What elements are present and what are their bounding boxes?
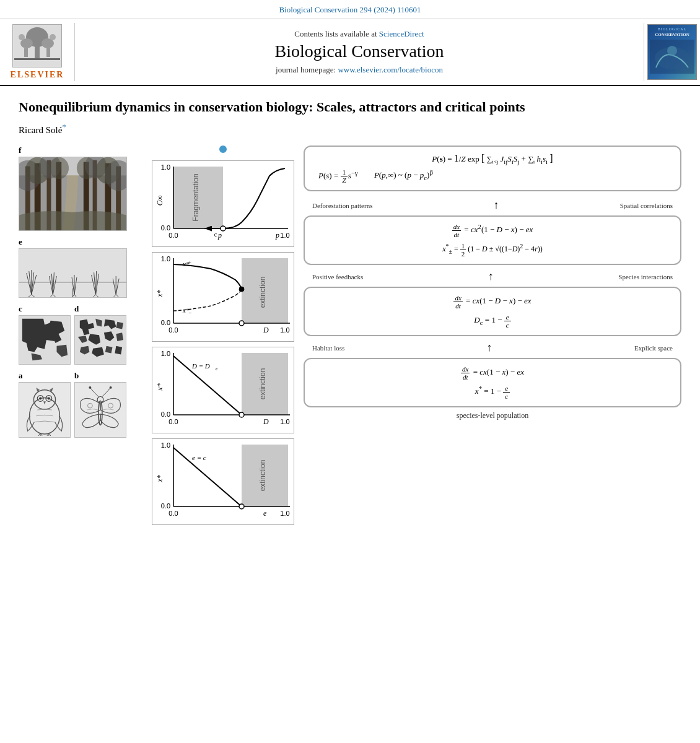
svg-point-94: [221, 226, 225, 231]
journal-reference-bar: Biological Conservation 294 (2024) 11060…: [0, 0, 700, 19]
up-arrow-2: ↑: [488, 270, 494, 283]
eq4-line2: x* = 1 − ec: [313, 385, 672, 400]
svg-point-140: [239, 504, 244, 509]
svg-text:Fragmentation: Fragmentation: [191, 173, 200, 221]
svg-text:p: p: [275, 231, 279, 240]
butterfly-drawing: [74, 382, 126, 438]
graph-linear-habitat: extinction D = D c 1.0 0.0 0.0 1.0: [152, 347, 294, 433]
svg-rect-5: [46, 48, 50, 57]
svg-point-104: [239, 287, 244, 292]
journal-header-center: Contents lists available at ScienceDirec…: [74, 23, 644, 81]
svg-rect-1: [35, 46, 40, 58]
svg-text:0.0: 0.0: [168, 418, 178, 425]
journal-ref-text: Biological Conservation 294 (2024) 11060…: [279, 5, 421, 14]
up-arrow-3: ↑: [487, 341, 492, 354]
svg-text:C∞: C∞: [155, 195, 164, 206]
svg-text:e = c: e = c: [192, 454, 206, 461]
panel-e: e: [19, 237, 142, 298]
panel-d-label: d: [74, 304, 126, 314]
up-arrow-1: ↑: [494, 199, 499, 212]
author-line: Ricard Solé*: [19, 123, 681, 136]
svg-text:1.0: 1.0: [161, 255, 170, 263]
panel-b: b: [74, 371, 126, 438]
svg-text:0.0: 0.0: [161, 411, 170, 418]
figure-area: f: [19, 146, 681, 525]
svg-text:c: c: [216, 365, 218, 372]
svg-text:0.0: 0.0: [168, 510, 178, 517]
equations-column: P(s) = 1/Z exp [ ∑i<j JijSiSj + ∑i hisi …: [304, 146, 681, 421]
journal-cover-area: BIOLOGICAL CONSERVATION: [644, 22, 700, 82]
svg-point-70: [39, 397, 42, 399]
svg-text:p: p: [217, 231, 222, 240]
header-band: ELSEVIER Contents lists available at Sci…: [0, 19, 700, 86]
eq3-line1: dxdt = cx(1 − D − x) − ex: [313, 294, 672, 310]
svg-text:D: D: [263, 417, 269, 426]
cover-label1: BIOLOGICAL: [658, 27, 687, 31]
graphs-column: Fragmentation p c: [149, 146, 297, 525]
eq-box-top: P(s) = 1/Z exp [ ∑i<j JijSiSj + ∑i hisi …: [304, 146, 681, 192]
svg-text:e: e: [263, 509, 267, 518]
svg-rect-8: [14, 58, 60, 60]
graph-basic: extinction e = c 1.0 0.0 0.0 1.0 x*: [152, 438, 294, 525]
svg-text:0.0: 0.0: [161, 502, 170, 510]
eq4-line1: dxdt = cx(1 − x) − ex: [313, 365, 672, 381]
eq-box-2: dxdt = cx2(1 − D − x) − ex x*± = 12 (1 −…: [304, 215, 681, 265]
homepage-url[interactable]: www.elsevier.com/locate/biocon: [338, 65, 443, 74]
article-title: Nonequilibrium dynamics in conservation …: [19, 98, 681, 116]
habitat-c-drawing: [19, 315, 71, 365]
homepage-line: journal homepage: www.elsevier.com/locat…: [276, 65, 443, 75]
eq-box-3: dxdt = cx(1 − D − x) − ex Dc = 1 − ec: [304, 287, 681, 336]
species-level-label: species-level population: [304, 411, 681, 420]
eq-box-4: dxdt = cx(1 − x) − ex x* = 1 − ec: [304, 358, 681, 407]
svg-point-7: [50, 34, 56, 40]
arrow-row-2: Positive feedbacks ↑ Species interaction…: [304, 267, 681, 285]
svg-text:1.0: 1.0: [161, 350, 170, 357]
eq-top-line2: P(s) = 1Zs−γ P(p,∞) ~ (p − pc)β: [313, 168, 672, 184]
panel-a-label: a: [19, 371, 71, 381]
journal-cover-image: BIOLOGICAL CONSERVATION: [647, 24, 697, 80]
blue-indicator-dot: [219, 146, 227, 153]
eq3-line2: Dc = 1 − ec: [313, 313, 672, 329]
svg-text:1.0: 1.0: [280, 418, 289, 425]
svg-point-6: [19, 34, 25, 40]
svg-rect-65: [19, 383, 70, 437]
author-asterisk: *: [62, 123, 66, 131]
svg-rect-4: [24, 48, 28, 57]
panel-c: c: [19, 304, 71, 365]
graph-basic-svg: extinction e = c 1.0 0.0 0.0 1.0 x*: [155, 441, 292, 522]
svg-text:−: −: [188, 310, 191, 316]
svg-point-71: [48, 397, 50, 399]
panel-c-label: c: [19, 304, 71, 314]
cover-label2: CONSERVATION: [655, 32, 689, 37]
graph-bifurcation-svg: extinction x* + x* −: [155, 255, 292, 339]
species-interactions-label: Species interactions: [618, 273, 673, 280]
svg-text:+: +: [188, 259, 191, 265]
svg-text:1.0: 1.0: [280, 510, 289, 517]
svg-text:extinction: extinction: [258, 276, 267, 308]
svg-text:0.0: 0.0: [161, 319, 170, 326]
panel-ab-row: a: [19, 371, 142, 438]
journal-title-main: Biological Conservation: [275, 41, 444, 61]
panel-d: d: [74, 304, 126, 365]
sciencedirect-link[interactable]: ScienceDirect: [379, 29, 424, 38]
svg-text:x*: x*: [155, 475, 164, 482]
svg-text:0.0: 0.0: [161, 224, 170, 232]
svg-text:c: c: [214, 231, 217, 238]
svg-text:x*: x*: [155, 383, 164, 391]
habitat-d-drawing: [74, 315, 126, 365]
svg-text:D = D: D = D: [191, 362, 210, 370]
eq2-line2: x*± = 12 (1 − D ± √((1−D)2 − 4r)): [313, 242, 672, 258]
svg-point-75: [89, 386, 91, 389]
left-drawings-column: f: [19, 146, 142, 438]
svg-text:1.0: 1.0: [161, 441, 170, 449]
svg-text:0.0: 0.0: [168, 326, 178, 334]
svg-text:1.0: 1.0: [161, 163, 170, 171]
forest-drawing: [19, 157, 127, 231]
arrow-row-1: Deforestation patterns ↑ Spatial correla…: [304, 196, 681, 214]
svg-text:1.0: 1.0: [280, 232, 289, 239]
spatial-correlations-label: Spatial correlations: [620, 202, 673, 209]
eq2-line1: dxdt = cx2(1 − D − x) − ex: [313, 223, 672, 238]
article-body: Nonequilibrium dynamics in conservation …: [0, 86, 700, 537]
arrow-row-3: Habitat loss ↑ Explicit space: [304, 339, 681, 357]
graph-linear-habitat-svg: extinction D = D c 1.0 0.0 0.0 1.0: [155, 350, 292, 430]
